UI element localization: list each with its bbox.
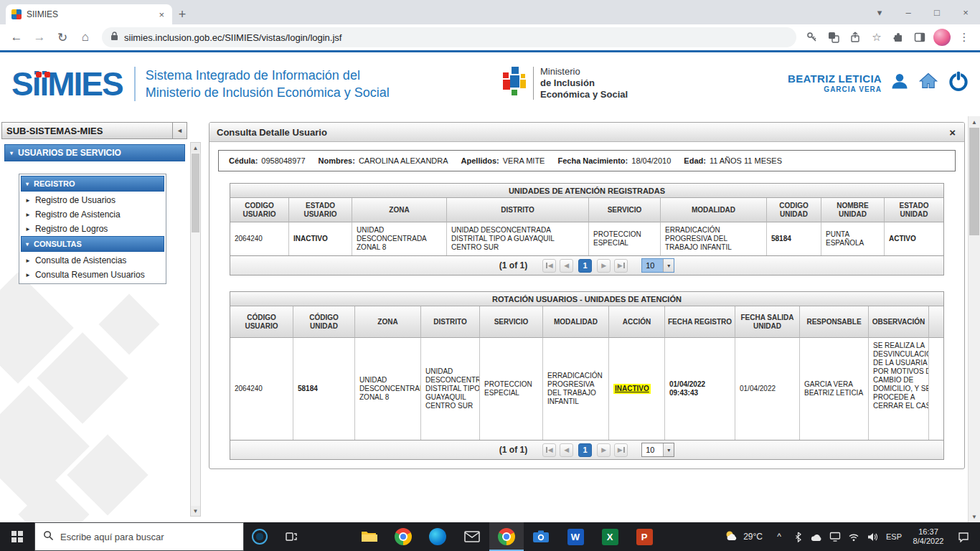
scroll-down-icon[interactable]: ▼ <box>191 506 200 516</box>
ministry-text: Ministerio de Inclusión Económica y Soci… <box>540 66 628 100</box>
powerpoint-icon[interactable]: P <box>627 522 661 551</box>
password-key-icon[interactable] <box>802 27 822 47</box>
window-maximize-button[interactable]: □ <box>923 0 951 24</box>
panel-close-icon[interactable]: × <box>948 126 957 138</box>
scroll-up-icon[interactable]: ▲ <box>191 143 200 153</box>
col-header: MODALIDAD <box>543 306 609 338</box>
share-icon[interactable] <box>845 27 865 47</box>
col-header: ACCIÓN <box>609 306 665 338</box>
sidebar-menu: ▾ REGISTRO ► Registro de Usuarios ► Regi… <box>19 174 166 284</box>
rows-per-page-dropdown[interactable]: 10 ▾ <box>641 443 674 457</box>
window-scrollbar[interactable]: ▲ ▼ <box>968 116 980 522</box>
panel-body: Cédula: 0958048977 Nombres: CAROLINA ALE… <box>209 142 964 468</box>
start-button[interactable] <box>0 522 34 551</box>
language-indicator[interactable]: ESP <box>882 532 905 541</box>
task-view-button[interactable] <box>275 522 307 551</box>
onedrive-cloud-icon[interactable] <box>808 532 825 542</box>
col-header: ESTADO USUARIO <box>289 198 352 222</box>
ministry-pictogram-icon <box>502 65 527 101</box>
excel-icon[interactable]: X <box>593 522 627 551</box>
cell-fecha-salida: 01/04/2022 <box>735 338 800 440</box>
display-icon[interactable] <box>826 532 844 542</box>
bookmark-star-icon[interactable]: ☆ <box>867 27 887 47</box>
weather-widget[interactable]: 29°C <box>718 529 769 545</box>
cortana-button[interactable] <box>244 522 275 551</box>
sidebar-item-consulta-resumen[interactable]: ► Consulta Resumen Usuarios <box>21 268 164 282</box>
sidebar-item-usuarios-de-servicio[interactable]: ▾ USUARIOS DE SERVICIO <box>4 144 185 161</box>
cell-zona: UNIDAD DESCONCENTRADA ZONAL 8 <box>355 338 421 440</box>
chrome-logo <box>395 528 412 545</box>
hidden-icons-chevron[interactable]: ^ <box>771 532 788 542</box>
profile-avatar[interactable] <box>933 29 951 46</box>
translate-icon[interactable] <box>824 27 844 47</box>
bluetooth-icon[interactable] <box>789 532 806 542</box>
user-profile-icon[interactable] <box>890 71 910 94</box>
rows-per-page-dropdown[interactable]: 10 ▾ <box>641 258 674 273</box>
window-close-button[interactable]: × <box>951 0 980 24</box>
new-tab-button[interactable]: + <box>172 4 192 24</box>
edge-icon[interactable] <box>420 522 455 551</box>
extensions-puzzle-icon[interactable] <box>888 27 908 47</box>
home-button[interactable]: ⌂ <box>75 27 96 48</box>
sidebar-section-registro[interactable]: ▾ REGISTRO <box>21 176 164 192</box>
file-explorer-icon[interactable] <box>352 522 386 551</box>
paginator-prev-button[interactable]: ◀ <box>560 259 573 273</box>
browser-tab[interactable]: SIIMIES × <box>6 4 172 24</box>
home-shortcut-icon[interactable] <box>918 71 939 94</box>
word-icon[interactable]: W <box>558 522 593 551</box>
window-controls: ▾ – □ × <box>865 0 980 24</box>
sidebar-section-consultas[interactable]: ▾ CONSULTAS <box>21 236 164 252</box>
paginator-last-button[interactable]: ▶ <box>614 443 628 457</box>
logout-power-icon[interactable] <box>947 70 970 95</box>
col-header: ZONA <box>355 306 421 338</box>
cell-estado-unidad: ACTIVO <box>885 222 943 255</box>
chrome-active-icon[interactable] <box>489 522 524 551</box>
sidebar-item-registro-usuarios[interactable]: ► Registro de Usuarios <box>21 193 164 207</box>
side-panel-icon[interactable] <box>910 27 930 47</box>
paginator-page-1[interactable]: 1 <box>578 259 592 273</box>
paginator-last-button[interactable]: ▶ <box>614 259 628 273</box>
volume-icon[interactable] <box>864 532 881 542</box>
taskbar-search[interactable]: Escribe aquí para buscar <box>34 522 244 551</box>
sidebar-scroll-thumb[interactable] <box>192 154 199 232</box>
taskbar-clock[interactable]: 16:37 8/4/2022 <box>907 527 950 546</box>
sidebar-item-registro-asistencia[interactable]: ► Registro de Asistencia <box>21 207 164 222</box>
paginator-status: (1 of 1) <box>499 445 527 455</box>
paginator-prev-button[interactable]: ◀ <box>560 443 573 457</box>
sidebar-collapse-button[interactable]: ◄ <box>172 123 187 138</box>
paginator-first-button[interactable]: ◀ <box>542 259 556 273</box>
paginator-next-button[interactable]: ▶ <box>597 443 611 457</box>
apellidos-label: Apellidos: <box>461 156 499 165</box>
reload-button[interactable]: ↻ <box>52 27 73 48</box>
chrome-icon[interactable] <box>386 522 420 551</box>
wifi-icon[interactable] <box>845 532 862 542</box>
action-center-icon[interactable] <box>951 532 976 542</box>
user-name: BEATRIZ LETICIA <box>788 72 882 85</box>
paginator-first-button[interactable]: ◀ <box>542 443 556 457</box>
screen: SIIMIES × + ▾ – □ × ← → ↻ ⌂ siimies.incl… <box>0 0 980 551</box>
ministry-logo: Ministerio de Inclusión Económica y Soci… <box>502 65 628 101</box>
address-bar[interactable]: siimies.inclusion.gob.ec/SIIMIES/vistas/… <box>102 27 796 47</box>
edad-label: Edad: <box>684 156 706 165</box>
sidebar-scrollbar[interactable]: ▲ ▼ <box>190 142 201 517</box>
nacimiento-label: Fecha Nacimiento: <box>557 156 628 165</box>
tab-close-icon[interactable]: × <box>156 9 166 20</box>
window-minimize-button[interactable]: – <box>894 0 923 24</box>
main-area: Consulta Detalle Usuario × Cédula: 09580… <box>204 116 968 522</box>
paginator-page-1[interactable]: 1 <box>578 443 592 457</box>
camera-icon[interactable] <box>524 522 558 551</box>
scroll-up-icon[interactable]: ▲ <box>969 116 980 128</box>
sidebar-title-bar: SUB-SISTEMAS-MIES ◄ <box>1 122 187 139</box>
sidebar-item-registro-logros[interactable]: ► Registro de Logros <box>21 222 164 236</box>
back-button[interactable]: ← <box>6 27 27 48</box>
mail-icon[interactable] <box>455 522 489 551</box>
forward-button[interactable]: → <box>29 27 50 48</box>
tab-search-chevron-icon[interactable]: ▾ <box>865 0 894 24</box>
table-header-row: CODIGO USUARIO ESTADO USUARIO ZONA DISTR… <box>230 198 943 222</box>
sidebar-item-consulta-asistencias[interactable]: ► Consulta de Asistencias <box>21 253 164 268</box>
scroll-thumb[interactable] <box>969 128 979 235</box>
paginator-next-button[interactable]: ▶ <box>597 259 611 273</box>
browser-menu-icon[interactable]: ⋮ <box>954 27 974 47</box>
rows-per-page-value: 10 <box>642 259 663 272</box>
scroll-down-icon[interactable]: ▼ <box>969 511 980 522</box>
